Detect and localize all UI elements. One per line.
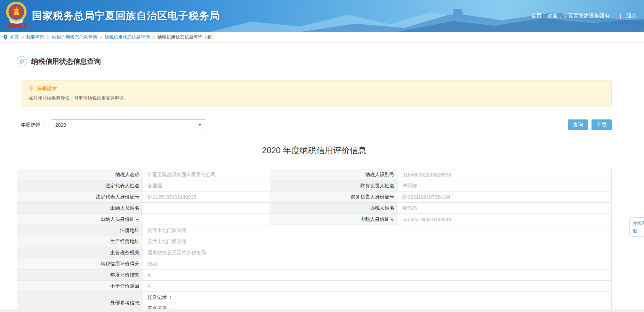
page-title: 纳税信用状态信息查询 <box>31 57 101 66</box>
chevron-down-icon: ▼ <box>198 123 202 127</box>
credit-info-table: 纳税人名称 宁夏灵隆建设集团有限责任公司 纳税人识别号 916400002283… <box>17 169 612 312</box>
row-value <box>143 203 270 213</box>
nav-logout-link[interactable]: 退出 <box>627 13 637 19</box>
row-value: 朱丽娜 <box>398 180 611 191</box>
main-content: 信 纳税信用状态信息查询 温馨提示 如对评分结果有异议，可申请纳税信用复评申请。… <box>0 56 612 312</box>
breadcrumb-item-query[interactable]: 我要查询 <box>26 34 45 40</box>
row-label: 法定代表人身份证号 <box>17 192 143 202</box>
row-value <box>143 214 270 225</box>
tip-title: 温馨提示 <box>37 85 57 92</box>
row-label: 办税人姓名 <box>270 203 398 213</box>
online-service-tab[interactable]: 在线客服 <box>629 217 644 237</box>
row-label: 法定代表人姓名 <box>17 180 143 191</box>
row-value: 642221198107054106 <box>398 192 611 202</box>
year-select-label: 年度选择 ： <box>21 122 47 128</box>
row-value: 916400002283826908 <box>398 169 611 180</box>
breadcrumb: 首页 > 我要查询 > 纳税信用状态信息查询 > 纳税信用状态信息查询 > 纳税… <box>0 32 644 43</box>
row-label: 纳税人识别号 <box>270 169 398 180</box>
header-nav: 首页 欢迎，宁夏灵隆建设集团有... | 退出 <box>531 13 637 19</box>
breadcrumb-separator: > <box>47 35 50 40</box>
page-title-row: 信 纳税信用状态信息查询 <box>17 56 612 67</box>
row-value: 国家税务总局灵武市税务局 <box>143 247 611 258</box>
table-row: 法定代表人姓名 官国福 财务负责人姓名 朱丽娜 <box>17 180 611 192</box>
row-label: 财务负责人身份证号 <box>270 192 398 202</box>
tip-box: 温馨提示 如对评分结果有异议，可申请纳税信用复评申请。 <box>22 80 612 107</box>
nav-welcome-user[interactable]: 欢迎，宁夏灵隆建设集团有... <box>547 13 614 19</box>
breadcrumb-item-home[interactable]: 首页 <box>10 34 19 40</box>
year-select-value: 2020 <box>55 122 66 128</box>
table-row: 纳税人名称 宁夏灵隆建设集团有限责任公司 纳税人识别号 916400002283… <box>17 169 611 180</box>
nav-home-link[interactable]: 首页 <box>531 13 542 19</box>
row-value: 郝伟杰 <box>398 203 611 213</box>
result-table-title: 2020 年度纳税信用评价信息 <box>17 145 612 156</box>
row-value: 灵武市北门振兴路 <box>143 236 611 247</box>
row-label: 出纳人员身份证号 <box>17 214 143 225</box>
row-value: 642125197102140035 <box>143 192 270 202</box>
good-record-label: 优良记录 ： <box>143 292 611 303</box>
breadcrumb-separator: > <box>152 35 155 40</box>
row-label: 主管税务机关 <box>17 247 143 258</box>
credit-badge-icon: 信 <box>17 56 27 67</box>
site-title: 国家税务总局宁夏回族自治区电子税务局 <box>32 9 220 23</box>
tip-title-row: 温馨提示 <box>29 85 604 92</box>
row-value: 宁夏灵隆建设集团有限责任公司 <box>143 169 270 180</box>
tax-bureau-logo <box>6 2 27 24</box>
button-group: 查询 下载 <box>568 119 612 130</box>
breadcrumb-separator: > <box>99 35 102 40</box>
table-row: 年度评价结果 A <box>17 270 611 281</box>
row-value: 640323198910142048 <box>398 214 611 225</box>
row-label: 纳税信用评价得分 <box>17 258 143 269</box>
nav-divider: | <box>620 13 621 19</box>
row-label: 出纳人员姓名 <box>17 203 143 213</box>
row-label: 办税人身份证号 <box>270 214 398 225</box>
breadcrumb-item-current: 纳税信用状态信息查询（新） <box>157 34 216 40</box>
breadcrumb-separator: > <box>21 35 24 40</box>
header-banner: 中国税务 国家税务总局宁夏回族自治区电子税务局 首页 欢迎，宁夏灵隆建设集团有.… <box>0 0 644 32</box>
row-value: A <box>143 270 611 280</box>
row-label: 注册地址 <box>17 225 143 236</box>
row-label: 年度评价结果 <box>17 270 143 280</box>
table-row: 法定代表人身份证号 642125197102140035 财务负责人身份证号 6… <box>17 192 611 203</box>
row-label: 财务负责人姓名 <box>270 180 398 191</box>
footer-strip <box>0 309 644 312</box>
row-label: 不予评价原因 <box>17 281 143 291</box>
logo-caption: 中国税务 <box>6 23 29 29</box>
table-row: 出纳人员姓名 办税人姓名 郝伟杰 <box>17 203 611 214</box>
row-label: 纳税人名称 <box>17 169 143 180</box>
row-value: 官国福 <box>143 180 270 191</box>
row-value: 灵武市北门振兴路 <box>143 225 611 236</box>
table-row: 主管税务机关 国家税务总局灵武市税务局 <box>17 247 611 258</box>
query-toolbar: 年度选择 ： 2020 ▼ 查询 下载 <box>17 119 612 130</box>
table-row: 注册地址 灵武市北门振兴路 <box>17 225 611 236</box>
search-button[interactable]: 查询 <box>568 119 588 130</box>
table-row: 不予评价原因 A <box>17 281 611 292</box>
row-value: 96.0 <box>143 258 611 269</box>
tip-content: 如对评分结果有异议，可申请纳税信用复评申请。 <box>29 95 604 101</box>
location-pin-icon <box>3 35 7 40</box>
row-value: A <box>143 281 611 291</box>
table-row: 纳税信用评价得分 96.0 <box>17 258 611 270</box>
row-label: 生产经营地址 <box>17 236 143 247</box>
year-select-dropdown[interactable]: 2020 ▼ <box>51 119 206 130</box>
breadcrumb-item-credit-2[interactable]: 纳税信用状态信息查询 <box>105 34 150 40</box>
table-row: 生产经营地址 灵武市北门振兴路 <box>17 236 611 247</box>
lightbulb-icon <box>29 85 34 92</box>
table-row: 出纳人员身份证号 办税人身份证号 640323198910142048 <box>17 214 611 225</box>
download-button[interactable]: 下载 <box>591 119 612 130</box>
breadcrumb-item-credit-1[interactable]: 纳税信用状态信息查询 <box>52 34 97 40</box>
